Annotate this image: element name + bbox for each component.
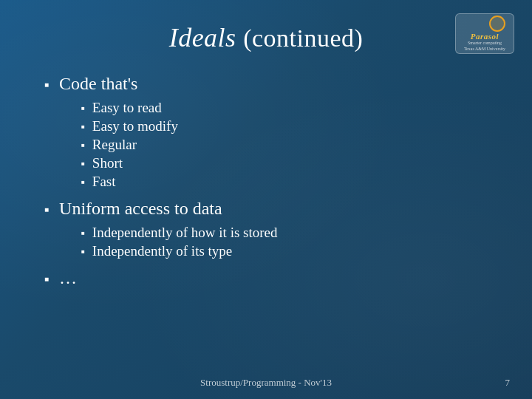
bullet-marker: ■: [44, 275, 49, 283]
bullet-marker: ■: [81, 142, 85, 149]
logo-sub: Smarter computing Texas A&M University: [464, 41, 505, 52]
bullet-marker: ■: [81, 123, 85, 130]
logo: Parasol Smarter computing Texas A&M Univ…: [455, 13, 514, 54]
footer: Stroustrup/Programming - Nov'13: [0, 377, 532, 389]
bullet-marker: ■: [44, 81, 49, 89]
slide: Parasol Smarter computing Texas A&M Univ…: [0, 0, 532, 399]
sub-item-easy-read: ■ Easy to read: [81, 100, 495, 116]
sub-item-easy-modify: ■ Easy to modify: [81, 118, 495, 134]
title-main: Ideals: [169, 23, 236, 52]
logo-brand: Parasol: [471, 32, 499, 41]
sub-item-short: ■ Short: [81, 155, 495, 171]
code-that-sub-items: ■ Easy to read ■ Easy to modify ■ Regula…: [44, 100, 495, 190]
bullet-marker: ■: [44, 205, 49, 214]
sub-item-stored: ■ Independently of how it is stored: [81, 225, 495, 241]
section-uniform-access: ■ Uniform access to data: [44, 199, 495, 219]
bullet-marker: ■: [81, 179, 85, 185]
bullet-marker: ■: [81, 248, 85, 255]
slide-title: Ideals (continued): [37, 22, 495, 53]
slide-content: ■ Code that's ■ Easy to read ■ Easy to m…: [37, 74, 495, 288]
bullet-marker: ■: [81, 230, 85, 236]
sub-item-type: ■ Independently of its type: [81, 243, 495, 259]
sub-item-fast: ■ Fast: [81, 174, 495, 190]
section-uniform-label: Uniform access to data: [59, 199, 222, 219]
sub-item-regular: ■ Regular: [81, 137, 495, 153]
uniform-sub-items: ■ Independently of how it is stored ■ In…: [44, 225, 495, 259]
bullet-marker: ■: [81, 160, 85, 167]
section-code-that: ■ Code that's: [44, 74, 495, 94]
footer-text: Stroustrup/Programming - Nov'13: [200, 377, 332, 389]
section-code-that-label: Code that's: [59, 74, 137, 94]
section-ellipsis: ■ …: [44, 268, 495, 288]
footer-page: 7: [505, 377, 511, 389]
bullet-marker: ■: [81, 105, 85, 112]
logo-circle: [489, 16, 505, 32]
